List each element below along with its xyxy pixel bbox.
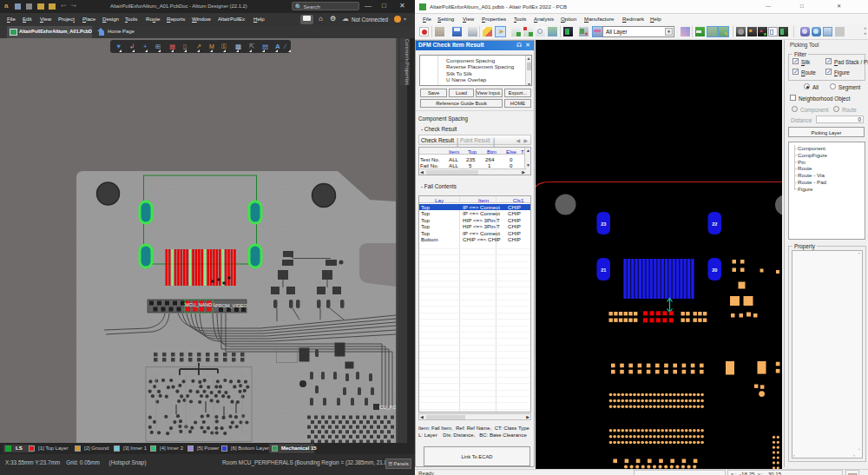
svg-text:20: 20 [712,267,717,273]
svg-text:PROM_VIDEO: PROM_VIDEO [215,303,247,308]
svg-text:23: 23 [601,221,606,227]
svg-text:22: 22 [712,221,717,227]
svg-text:21: 21 [601,267,606,273]
svg-text:MCU_NAND L: MCU_NAND L [185,302,216,307]
